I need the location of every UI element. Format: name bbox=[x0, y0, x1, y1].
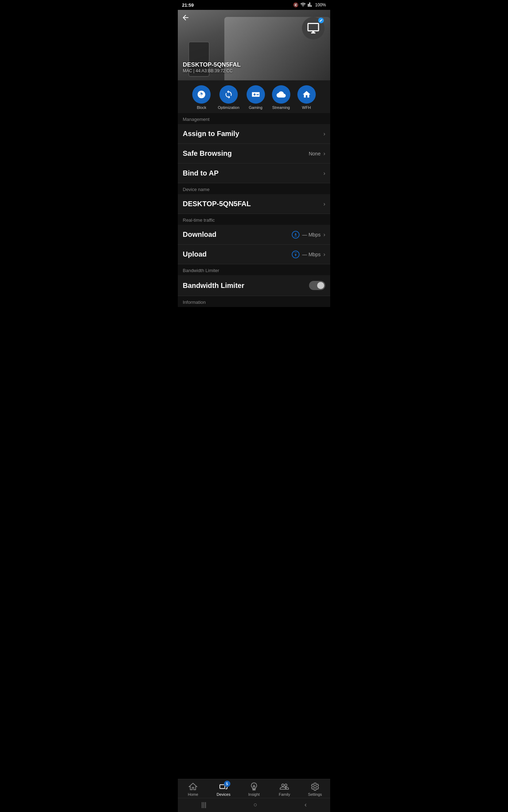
quick-action-optimization[interactable]: Optimization bbox=[218, 85, 239, 110]
bandwidth-section-label: Bandwidth Limiter bbox=[178, 264, 330, 275]
device-name-right: › bbox=[323, 201, 325, 207]
device-name-section-label: Device name bbox=[178, 183, 330, 194]
optimization-label: Optimization bbox=[218, 105, 239, 110]
wfh-circle bbox=[297, 85, 316, 104]
device-name-chevron: › bbox=[323, 201, 325, 207]
status-bar: 21:59 🔇 100% bbox=[178, 0, 330, 10]
signal-icon bbox=[308, 2, 313, 8]
bandwidth-limiter-right bbox=[309, 281, 325, 290]
mute-icon: 🔇 bbox=[293, 2, 298, 7]
download-item[interactable]: Download — Mbps › bbox=[178, 225, 330, 245]
upload-value: — Mbps bbox=[302, 252, 321, 257]
safe-browsing-label: Safe Browsing bbox=[183, 149, 232, 158]
safe-browsing-value: None bbox=[309, 151, 320, 156]
information-section-label: Information bbox=[178, 296, 330, 307]
gaming-label: Gaming bbox=[249, 105, 262, 110]
assign-family-right: › bbox=[323, 131, 325, 137]
edit-dot bbox=[318, 18, 324, 23]
device-icon-circle bbox=[302, 17, 325, 39]
quick-action-gaming[interactable]: Gaming bbox=[247, 85, 265, 110]
device-name-value: DESKTOP-5QN5FAL bbox=[183, 200, 251, 208]
download-right: — Mbps › bbox=[292, 231, 325, 239]
optimization-circle bbox=[219, 85, 238, 104]
quick-action-block[interactable]: Block bbox=[192, 85, 211, 110]
toggle-thumb bbox=[317, 282, 324, 289]
assign-family-chevron: › bbox=[323, 131, 325, 137]
safe-browsing-item[interactable]: Safe Browsing None › bbox=[178, 144, 330, 164]
quick-actions-row: Block Optimization Gaming Streaming WFH bbox=[178, 80, 330, 113]
streaming-label: Streaming bbox=[272, 105, 290, 110]
download-label: Download bbox=[183, 230, 217, 239]
upload-chevron: › bbox=[323, 251, 325, 258]
hero-section: DESKTOP-5QN5FAL MAC | 44:A3:BB:39:72:CC bbox=[178, 10, 330, 80]
bandwidth-toggle[interactable] bbox=[309, 281, 325, 290]
streaming-circle bbox=[272, 85, 290, 104]
safe-browsing-right: None › bbox=[309, 150, 325, 157]
download-value: — Mbps bbox=[302, 232, 321, 238]
block-label: Block bbox=[197, 105, 206, 110]
upload-icon bbox=[292, 251, 300, 258]
wifi-icon bbox=[300, 2, 306, 8]
device-info: DESKTOP-5QN5FAL MAC | 44:A3:BB:39:72:CC bbox=[183, 61, 241, 73]
management-section-label: Management bbox=[178, 113, 330, 124]
wfh-label: WFH bbox=[302, 105, 311, 110]
realtime-section-label: Real-time traffic bbox=[178, 214, 330, 225]
status-icons: 🔇 100% bbox=[293, 2, 326, 8]
download-chevron: › bbox=[323, 232, 325, 238]
quick-action-streaming[interactable]: Streaming bbox=[272, 85, 290, 110]
bandwidth-limiter-label: Bandwidth Limiter bbox=[183, 282, 244, 290]
block-circle bbox=[192, 85, 211, 104]
device-mac-hero: MAC | 44:A3:BB:39:72:CC bbox=[183, 68, 241, 73]
device-name-item[interactable]: DESKTOP-5QN5FAL › bbox=[178, 194, 330, 214]
back-button[interactable] bbox=[181, 13, 190, 24]
upload-label: Upload bbox=[183, 250, 207, 258]
upload-right: — Mbps › bbox=[292, 251, 325, 258]
quick-action-wfh[interactable]: WFH bbox=[297, 85, 316, 110]
assign-family-item[interactable]: Assign to Family › bbox=[178, 124, 330, 144]
gaming-circle bbox=[247, 85, 265, 104]
safe-browsing-chevron: › bbox=[323, 150, 325, 157]
bandwidth-limiter-item[interactable]: Bandwidth Limiter bbox=[178, 275, 330, 296]
assign-family-label: Assign to Family bbox=[183, 130, 239, 138]
bind-ap-right: › bbox=[323, 170, 325, 177]
status-time: 21:59 bbox=[182, 2, 194, 8]
bind-ap-item[interactable]: Bind to AP › bbox=[178, 164, 330, 183]
bind-ap-chevron: › bbox=[323, 170, 325, 177]
download-icon bbox=[292, 231, 300, 239]
upload-item[interactable]: Upload — Mbps › bbox=[178, 245, 330, 264]
battery-icon: 100% bbox=[315, 2, 326, 7]
bind-ap-label: Bind to AP bbox=[183, 169, 218, 177]
device-name-hero: DESKTOP-5QN5FAL bbox=[183, 61, 241, 68]
